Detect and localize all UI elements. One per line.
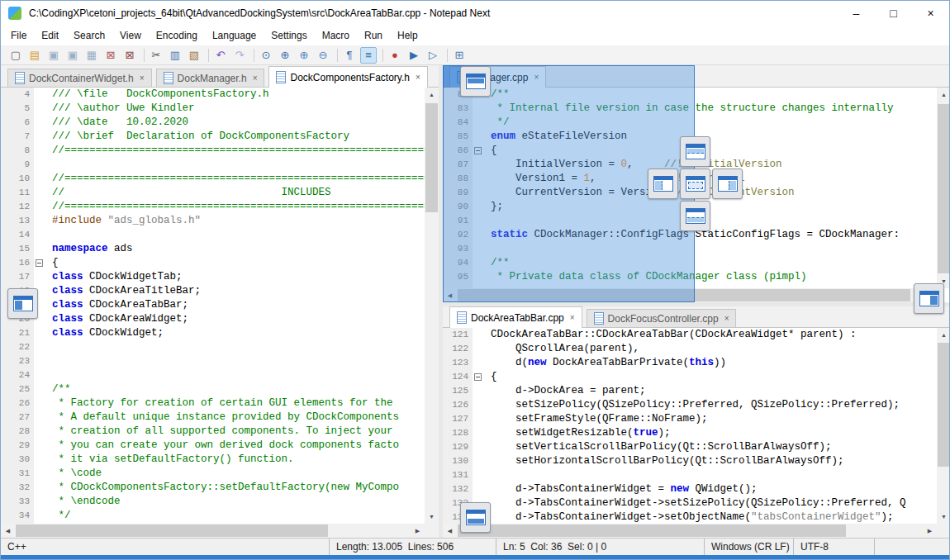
find-icon[interactable]: ⊙ bbox=[258, 47, 274, 64]
code-text[interactable]: d->TabsContainerWidget->setSizePolicy(QS… bbox=[483, 496, 937, 510]
save-copy-icon[interactable]: ▣ bbox=[64, 47, 81, 64]
menu-encoding[interactable]: Encoding bbox=[149, 27, 205, 44]
docking-configuration-icon[interactable]: ⊞ bbox=[451, 47, 468, 64]
code-text[interactable]: * \endcode bbox=[45, 495, 425, 509]
code-text[interactable]: /// \author Uwe Kindler bbox=[45, 102, 425, 116]
drop-indicator-left-icon[interactable] bbox=[648, 168, 678, 199]
show-all-characters-icon[interactable]: ¶ bbox=[341, 47, 358, 64]
code-text[interactable]: d(new DockAreaTabBarPrivate(this)) bbox=[483, 356, 937, 370]
container-drop-indicator-left-icon[interactable] bbox=[7, 288, 38, 319]
word-wrap-icon[interactable]: ≡ bbox=[360, 47, 377, 64]
left-editor-vertical-scrollbar[interactable] bbox=[425, 88, 439, 524]
scroll-left-arrow-icon[interactable] bbox=[443, 524, 457, 538]
scroll-left-arrow-icon[interactable] bbox=[1, 524, 15, 538]
code-text[interactable]: CDockAreaTabBar::CDockAreaTabBar(CDockAr… bbox=[483, 328, 937, 342]
zoom-out-icon[interactable]: ⊖ bbox=[315, 47, 331, 64]
code-text[interactable]: class CDockWidgetTab; bbox=[45, 270, 425, 284]
replace-icon[interactable]: ⊕ bbox=[277, 47, 293, 64]
new-file-icon[interactable]: ▢ bbox=[7, 47, 24, 64]
undo-icon[interactable]: ↶ bbox=[212, 47, 229, 64]
code-text[interactable]: * Factory for creation of certain GUI el… bbox=[45, 396, 425, 411]
open-file-icon[interactable]: ▤ bbox=[26, 47, 43, 64]
code-text[interactable]: d->DockArea = parent; bbox=[483, 384, 937, 398]
code-text[interactable]: setFrameStyle(QFrame::NoFrame); bbox=[483, 412, 937, 426]
scrollbar-thumb[interactable] bbox=[425, 103, 438, 212]
drop-indicator-right-icon[interactable] bbox=[712, 168, 743, 199]
code-text[interactable]: // INCLUDES bbox=[45, 186, 425, 200]
run-macro-multiple-icon[interactable]: ▷ bbox=[425, 47, 441, 64]
code-text[interactable] bbox=[45, 354, 425, 368]
code-text[interactable]: { bbox=[483, 370, 937, 384]
scroll-down-arrow-icon[interactable] bbox=[937, 510, 950, 524]
container-drop-indicator-right-icon[interactable] bbox=[914, 283, 944, 314]
code-text[interactable]: * you can create your own derived dock c… bbox=[45, 439, 425, 453]
left-editor-horizontal-scrollbar[interactable] bbox=[1, 524, 425, 538]
scroll-right-arrow-icon[interactable] bbox=[411, 524, 425, 538]
menu-file[interactable]: File bbox=[3, 27, 34, 44]
play-macro-icon[interactable]: ▶ bbox=[406, 47, 422, 64]
code-text[interactable]: #include "ads_globals.h" bbox=[45, 214, 425, 228]
code-text[interactable]: //======================================… bbox=[45, 172, 425, 186]
fold-marker[interactable] bbox=[474, 373, 482, 381]
paste-icon[interactable]: ▧ bbox=[186, 47, 202, 64]
menu-view[interactable]: View bbox=[112, 27, 149, 44]
code-text[interactable]: */ bbox=[45, 509, 425, 523]
code-text[interactable]: * it via setDefaultFactory() function. bbox=[45, 453, 425, 467]
menu-edit[interactable]: Edit bbox=[34, 27, 66, 44]
code-text[interactable]: //======================================… bbox=[45, 144, 425, 158]
tab-dockareatabbar-cpp[interactable]: DockAreaTabBar.cpp× bbox=[449, 306, 582, 328]
code-text[interactable]: setHorizontalScrollBarPolicy(Qt::ScrollB… bbox=[483, 454, 937, 468]
bottom-right-editor-horizontal-scrollbar[interactable] bbox=[443, 524, 937, 538]
container-drop-indicator-bottom-icon[interactable] bbox=[460, 502, 491, 533]
code-text[interactable] bbox=[45, 158, 425, 172]
tab-close-icon[interactable]: × bbox=[253, 74, 258, 83]
tab-close-icon[interactable]: × bbox=[140, 74, 145, 83]
code-text[interactable] bbox=[45, 340, 425, 354]
scrollbar-thumb[interactable] bbox=[938, 104, 950, 273]
menu-macro[interactable]: Macro bbox=[315, 27, 357, 44]
code-text[interactable]: /// \date 10.02.2020 bbox=[45, 116, 425, 130]
scroll-up-arrow-icon[interactable] bbox=[937, 328, 950, 342]
left-editor[interactable]: 4/// \file DockComponentsFactory.h5/// \… bbox=[1, 88, 425, 524]
drop-indicator-top-icon[interactable] bbox=[680, 136, 710, 167]
fold-marker[interactable] bbox=[36, 259, 43, 267]
zoom-in-icon[interactable]: ⊕ bbox=[296, 47, 312, 64]
record-macro-icon[interactable]: ● bbox=[387, 47, 403, 64]
code-text[interactable]: d->TabsContainerWidget = new QWidget(); bbox=[483, 482, 937, 496]
code-text[interactable]: { bbox=[45, 256, 425, 270]
cut-icon[interactable]: ✂ bbox=[148, 47, 164, 64]
menu-run[interactable]: Run bbox=[357, 27, 390, 44]
code-text[interactable]: //======================================… bbox=[45, 200, 425, 214]
code-text[interactable]: /// \file DockComponentsFactory.h bbox=[45, 88, 425, 102]
code-text[interactable]: class CDockAreaWidget; bbox=[45, 312, 425, 326]
drop-indicator-bottom-icon[interactable] bbox=[680, 201, 710, 231]
scrollbar-thumb[interactable] bbox=[458, 524, 846, 537]
container-drop-indicator-top-icon[interactable] bbox=[460, 66, 491, 97]
tab-close-icon[interactable]: × bbox=[724, 314, 729, 323]
code-text[interactable]: * \code bbox=[45, 467, 425, 481]
code-text[interactable]: d->TabsContainerWidget->setObjectName("t… bbox=[483, 510, 937, 524]
menu-search[interactable]: Search bbox=[66, 27, 112, 44]
code-text[interactable]: setSizePolicy(QSizePolicy::Preferred, QS… bbox=[483, 398, 937, 412]
save-file-icon[interactable]: ▣ bbox=[45, 47, 62, 64]
top-right-editor-vertical-scrollbar[interactable] bbox=[937, 88, 950, 288]
tab-dockmanager-h[interactable]: DockManager.h× bbox=[156, 69, 265, 87]
code-text[interactable]: setWidgetResizable(true); bbox=[483, 426, 937, 440]
code-text[interactable]: QScrollArea(parent), bbox=[483, 342, 937, 356]
bottom-right-editor-vertical-scrollbar[interactable] bbox=[937, 328, 950, 524]
scroll-up-arrow-icon[interactable] bbox=[937, 88, 950, 102]
maximize-button[interactable]: □ bbox=[875, 1, 912, 26]
code-text[interactable] bbox=[483, 468, 937, 482]
menu-help[interactable]: Help bbox=[390, 27, 425, 44]
redo-icon[interactable]: ↷ bbox=[231, 47, 248, 64]
scroll-up-arrow-icon[interactable] bbox=[425, 88, 439, 102]
scrollbar-thumb[interactable] bbox=[16, 524, 328, 537]
scrollbar-thumb[interactable] bbox=[938, 343, 950, 467]
code-text[interactable] bbox=[45, 228, 425, 242]
code-text[interactable]: * creation of all supported components. … bbox=[45, 425, 425, 439]
copy-icon[interactable]: ▥ bbox=[167, 47, 183, 64]
bottom-right-editor[interactable]: 121CDockAreaTabBar::CDockAreaTabBar(CDoc… bbox=[443, 328, 937, 524]
drop-indicator-center-icon[interactable] bbox=[680, 168, 710, 199]
minimize-button[interactable]: – bbox=[838, 1, 875, 26]
code-text[interactable]: * A default unique instance provided by … bbox=[45, 411, 425, 425]
